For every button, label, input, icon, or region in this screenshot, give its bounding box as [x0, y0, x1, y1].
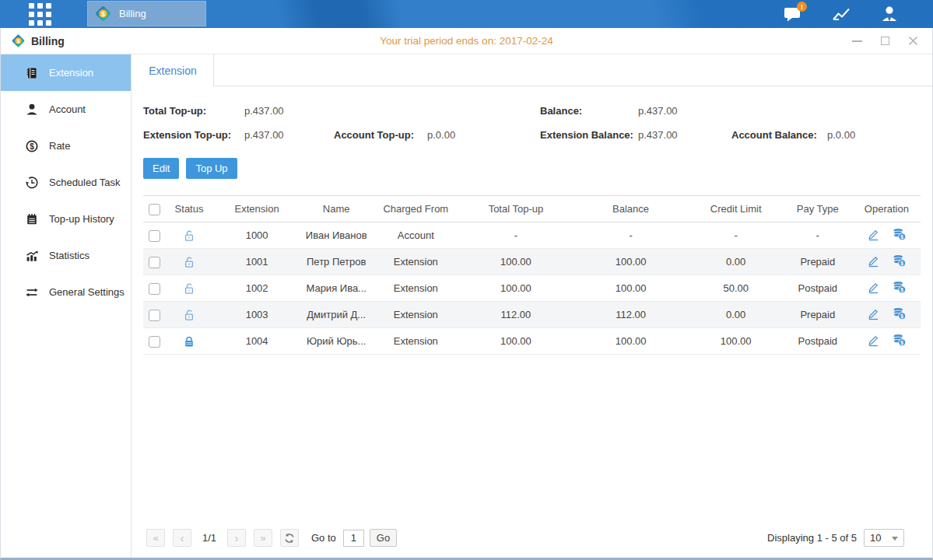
cell-charged-from: Extension: [372, 328, 459, 355]
chevron-down-icon: [892, 537, 898, 541]
cell-total-topup: 100.00: [459, 328, 572, 355]
svg-text:$: $: [900, 287, 903, 293]
cell-charged-from: Extension: [372, 302, 459, 328]
sidebar-item-account[interactable]: Account: [1, 91, 131, 128]
sidebar-item-label: Account: [49, 103, 86, 115]
history-clock-icon: [25, 176, 39, 190]
sidebar-item-scheduled-task[interactable]: Scheduled Task: [1, 164, 131, 201]
extension-table: Status Extension Name Charged From Total…: [143, 195, 921, 355]
ledger-icon: [25, 66, 39, 80]
account-balance-label: Account Balance:: [731, 129, 827, 141]
select-all-checkbox[interactable]: [149, 204, 160, 215]
lock-open-icon[interactable]: [182, 255, 196, 269]
header-name: Name: [300, 196, 372, 222]
edit-button[interactable]: Edit: [143, 158, 179, 179]
sidebar-item-label: Scheduled Task: [49, 177, 121, 188]
row-checkbox[interactable]: [149, 230, 160, 242]
tab-strip: Extension: [132, 54, 932, 86]
lock-open-icon[interactable]: [182, 308, 196, 322]
header-extension: Extension: [213, 196, 300, 222]
cell-extension: 1003: [213, 302, 300, 328]
sidebar-item-label: General Settings: [49, 286, 125, 298]
topup-row-icon[interactable]: $: [893, 227, 907, 241]
prev-page-button[interactable]: [173, 529, 191, 547]
header-operation: Operation: [853, 196, 921, 222]
last-page-button[interactable]: [254, 529, 272, 547]
cell-credit-limit: 100.00: [689, 328, 783, 355]
cell-charged-from: Account: [372, 222, 459, 249]
sidebar-item-statistics[interactable]: Statistics: [1, 237, 131, 274]
header-balance: Balance: [573, 196, 689, 222]
refresh-button[interactable]: [280, 529, 299, 547]
trial-notice: Your trial period ends on: 2017-02-24: [380, 35, 552, 47]
cell-pay-type: -: [783, 222, 853, 249]
cell-credit-limit: 50.00: [689, 275, 783, 302]
svg-text:$: $: [900, 340, 903, 346]
window-titlebar: $ Billing Your trial period ends on: 201…: [1, 28, 932, 54]
edit-row-icon[interactable]: [867, 281, 880, 294]
edit-row-icon[interactable]: [867, 307, 880, 320]
cell-total-topup: 100.00: [459, 249, 572, 275]
edit-row-icon[interactable]: [867, 334, 880, 347]
edit-row-icon[interactable]: [867, 254, 880, 268]
cell-credit-limit: -: [689, 222, 783, 249]
line-chart-icon: [831, 5, 851, 23]
topup-button[interactable]: Top Up: [186, 158, 237, 179]
cell-extension: 1002: [213, 275, 300, 302]
edit-row-icon[interactable]: [867, 228, 880, 241]
app-launcher-grid-icon[interactable]: [29, 3, 51, 26]
maximize-button[interactable]: [879, 36, 890, 47]
topup-row-icon[interactable]: $: [893, 280, 907, 294]
cell-total-topup: -: [459, 222, 572, 249]
sidebar-item-topup-history[interactable]: Top-up History: [1, 201, 131, 237]
minimize-button[interactable]: [851, 36, 862, 47]
cell-extension: 1001: [213, 249, 300, 275]
cell-extension: 1000: [213, 222, 300, 249]
user-profile-button[interactable]: [879, 4, 900, 24]
sidebar-item-extension[interactable]: Extension: [1, 54, 131, 91]
account-balance-value: p.0.00: [827, 129, 855, 141]
next-page-button[interactable]: [227, 529, 246, 547]
page-size-select[interactable]: 10: [864, 529, 904, 547]
cell-name: Юрий Юрь...: [300, 328, 372, 355]
desktop-topbar: $ Billing !: [0, 0, 933, 28]
person-icon: [879, 5, 900, 23]
account-topup-label: Account Top-up:: [334, 129, 427, 141]
billing-diamond-icon: $: [11, 33, 26, 48]
tab-extension[interactable]: Extension: [132, 54, 214, 86]
row-checkbox[interactable]: [149, 310, 160, 321]
sidebar-item-rate[interactable]: $ Rate: [1, 128, 131, 164]
cell-balance: -: [573, 222, 689, 249]
table-body: 1000Иван ИвановAccount----$1001Петр Петр…: [143, 222, 921, 355]
notifications-button[interactable]: !: [782, 4, 804, 24]
header-status: Status: [165, 196, 213, 222]
reports-button[interactable]: [830, 4, 852, 24]
svg-text:$: $: [900, 234, 903, 240]
topup-row-icon[interactable]: $: [893, 333, 907, 347]
cell-pay-type: Postpaid: [783, 275, 853, 302]
sidebar-item-general-settings[interactable]: General Settings: [1, 274, 131, 310]
taskbar-item-billing[interactable]: $ Billing: [87, 1, 206, 26]
go-button[interactable]: Go: [370, 529, 397, 547]
header-pay-type: Pay Type: [783, 196, 853, 222]
account-topup-value: p.0.00: [427, 129, 455, 141]
first-page-button[interactable]: [146, 529, 165, 547]
displaying-text: Displaying 1 - 5 of 5: [767, 532, 857, 544]
lock-open-icon[interactable]: [182, 229, 196, 243]
window-title: Billing: [31, 35, 65, 47]
lock-open-icon[interactable]: [182, 282, 196, 296]
row-checkbox[interactable]: [149, 283, 160, 295]
topup-row-icon[interactable]: $: [893, 254, 907, 268]
topup-row-icon[interactable]: $: [893, 306, 907, 320]
cell-total-topup: 100.00: [459, 275, 572, 302]
row-checkbox[interactable]: [149, 257, 160, 268]
lock-closed-icon[interactable]: [182, 334, 196, 348]
cell-extension: 1004: [213, 328, 300, 355]
tab-label: Extension: [149, 65, 196, 77]
row-checkbox[interactable]: [149, 336, 160, 348]
goto-page-input[interactable]: [343, 530, 364, 547]
header-credit-limit: Credit Limit: [689, 196, 783, 222]
close-button[interactable]: [907, 36, 918, 47]
extension-topup-value: p.437.00: [244, 129, 334, 141]
header-charged-from: Charged From: [372, 196, 459, 222]
